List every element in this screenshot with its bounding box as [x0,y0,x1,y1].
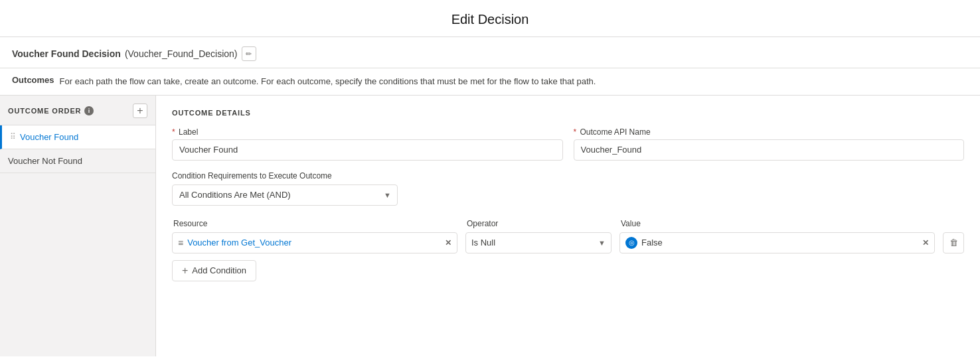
table-row: ≡ Voucher from Get_Voucher ✕ Is Null ▼ ◎… [172,232,964,253]
col-headers: Resource Operator Value [172,219,964,228]
condition-req-select-wrapper: All Conditions Are Met (AND) ▼ [172,184,398,206]
decision-title: Voucher Found Decision [12,48,121,59]
remove-value-button[interactable]: ✕ [922,238,929,248]
operator-field[interactable]: Is Null ▼ [465,232,612,253]
label-input[interactable] [172,139,563,161]
api-name-label: * Outcome API Name [574,127,965,137]
section-heading: OUTCOME DETAILS [172,109,964,117]
api-name-input[interactable] [574,139,965,161]
label-field-label: * Label [172,127,563,137]
label-apiname-row: * Label * Outcome API Name [172,127,964,161]
outcomes-description: For each path the flow can take, create … [60,75,596,88]
toggle-icon: ◎ [625,237,637,249]
trash-icon: 🗑 [949,238,958,248]
edit-decision-button[interactable]: ✏ [242,46,256,61]
resource-field[interactable]: ≡ Voucher from Get_Voucher ✕ [172,232,457,253]
outcomes-label: Outcomes [12,75,54,85]
value-field[interactable]: ◎ False ✕ [619,232,935,253]
content-area: OUTCOME DETAILS * Label * Outcome API Na… [156,96,980,356]
operator-text: Is Null [471,238,598,248]
condition-req-select[interactable]: All Conditions Are Met (AND) [172,184,398,206]
add-condition-button[interactable]: + Add Condition [172,260,256,281]
condition-requirements-section: Condition Requirements to Execute Outcom… [172,171,964,206]
resource-icon: ≡ [178,238,183,248]
remove-resource-button[interactable]: ✕ [445,238,451,248]
info-icon[interactable]: i [84,106,94,115]
sidebar-item-label: Voucher Found [20,132,78,142]
condition-req-label: Condition Requirements to Execute Outcom… [172,171,964,180]
sidebar-item-voucher-found[interactable]: ⠿ Voucher Found [0,125,155,149]
add-outcome-button[interactable]: + [133,104,147,118]
sidebar-item-voucher-not-found[interactable]: Voucher Not Found [0,149,155,173]
value-text: False [641,238,918,248]
sidebar-item-label: Voucher Not Found [8,156,82,166]
outcomes-bar: Outcomes For each path the flow can take… [0,68,980,96]
sidebar-header: OUTCOME ORDER i + [0,96,155,125]
col-header-resource: Resource [173,219,459,228]
conditions-table: Resource Operator Value ≡ Voucher from G… [172,219,964,253]
decision-title-bar: Voucher Found Decision (Voucher_Found_De… [0,37,980,68]
api-name-group: * Outcome API Name [574,127,965,161]
sidebar-items: ⠿ Voucher Found Voucher Not Found [0,125,155,356]
decision-api-name: (Voucher_Found_Decision) [125,48,238,59]
pencil-icon: ✏ [246,50,252,58]
drag-handle-icon: ⠿ [10,132,16,141]
sidebar-header-label: OUTCOME ORDER i [8,106,94,115]
col-header-value: Value [621,219,963,228]
operator-chevron-icon: ▼ [598,239,606,247]
delete-condition-button[interactable]: 🗑 [943,232,964,253]
label-group: * Label [172,127,563,161]
resource-link[interactable]: Voucher from Get_Voucher [187,238,441,248]
page-header: Edit Decision [0,0,980,37]
plus-icon: + [182,265,188,277]
sidebar: OUTCOME ORDER i + ⠿ Voucher Found Vouche… [0,96,156,356]
plus-icon: + [137,105,143,117]
col-header-operator: Operator [467,219,613,228]
